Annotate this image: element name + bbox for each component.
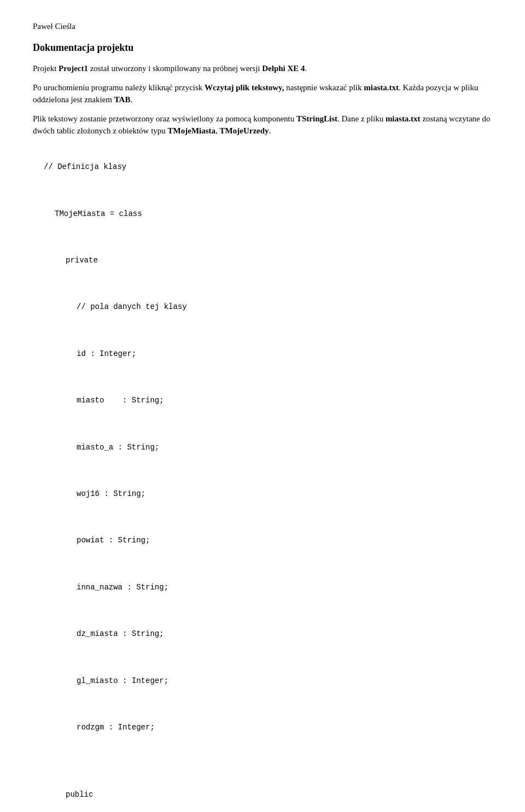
code-comment-1: // Definicja klasy (44, 161, 492, 174)
code-block: // Definicja klasy TMojeMiasta = class p… (33, 148, 492, 813)
author-name: Paweł Cieśla (33, 22, 492, 31)
code-private: private (44, 254, 492, 267)
paragraph-3: Plik tekstowy zostanie przetworzony oraz… (33, 113, 492, 137)
code-field-powiat: powiat : String; (44, 534, 492, 547)
code-public: public (44, 788, 492, 802)
code-field-miasto: miasto : String; (44, 394, 492, 407)
section-title: Dokumentacja projektu (33, 42, 492, 54)
code-field-miasto-a: miasto_a : String; (44, 441, 492, 454)
code-class-def: TMojeMiasta = class (44, 208, 492, 221)
code-field-gl-miasto: gl_miasto : Integer; (44, 675, 492, 688)
paragraph-2: Po uruchomieniu programu należy kliknąć … (33, 81, 492, 106)
code-field-rodzgm: rodzgm : Integer; (44, 721, 492, 734)
code-field-woj16: woj16 : String; (44, 488, 492, 501)
code-field-dz-miasta: dz_miasta : String; (44, 628, 492, 641)
code-field-id: id : Integer; (44, 348, 492, 361)
code-field-inna-nazwa: inna_nazwa : String; (44, 581, 492, 594)
code-comment-2: // pola danych tej klasy (44, 301, 492, 314)
paragraph-1: Projekt Project1 został utworzony i skom… (33, 62, 492, 75)
